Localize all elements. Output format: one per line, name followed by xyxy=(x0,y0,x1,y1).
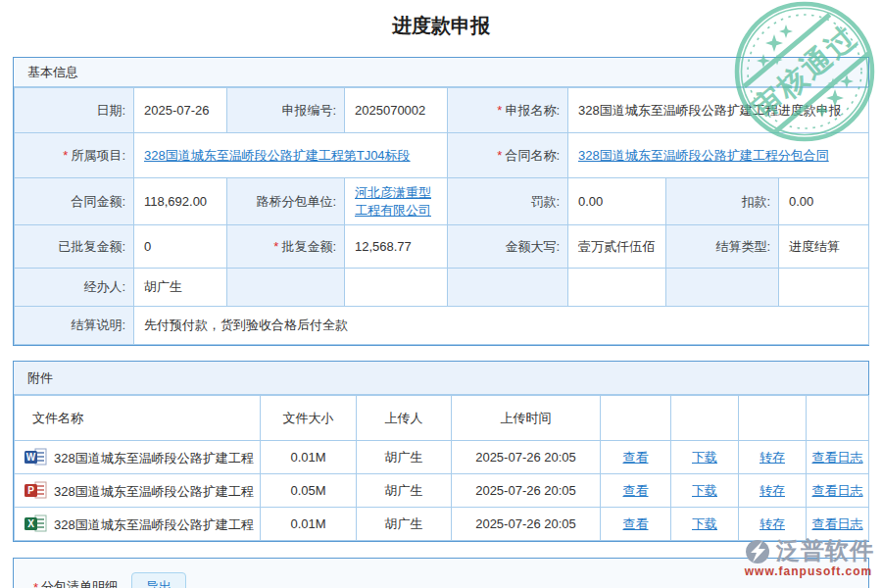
uploader: 胡广生 xyxy=(357,474,452,508)
handler-value: 胡广生 xyxy=(134,269,227,307)
subcontract-unit-value: 河北彦潇重型工程有限公司 xyxy=(345,178,448,225)
file-name: 328国道城东至温峤段公路扩建工程 xyxy=(54,517,254,532)
subcontract-unit-label: 路桥分包单位: xyxy=(227,178,345,225)
required-mark: * xyxy=(63,148,68,163)
basic-info-row: 合同金额: 118,692.00 路桥分包单位: 河北彦潇重型工程有限公司 罚款… xyxy=(15,178,869,225)
download-link[interactable]: 下载 xyxy=(692,483,717,498)
declare-no-label: 申报编号: xyxy=(227,88,345,133)
brand-name: 泛普软件 xyxy=(776,535,874,566)
declare-name-label: *申报名称: xyxy=(448,88,568,133)
file-name: 328国道城东至温峤段公路扩建工程 xyxy=(54,484,254,499)
download-link[interactable]: 下载 xyxy=(692,516,717,531)
basic-info-row: 经办人: 胡广生 xyxy=(15,269,869,307)
view-log-link[interactable]: 查看日志 xyxy=(812,483,863,498)
contract-name-link[interactable]: 328国道城东至温峤段公路扩建工程分包合同 xyxy=(578,148,829,163)
page-title: 进度款申报 xyxy=(0,0,882,43)
required-mark: * xyxy=(273,239,278,254)
pdf-file-icon: P xyxy=(24,481,48,500)
contract-name-label: *合同名称: xyxy=(448,133,568,178)
attachment-row: P 328国道城东至温峤段公路扩建工程 0.05M 胡广生 2025-07-26… xyxy=(15,474,869,508)
upload-time: 2025-07-26 20:05 xyxy=(452,508,601,541)
view-log-link[interactable]: 查看日志 xyxy=(812,516,863,531)
basic-info-section-title: 基本信息 xyxy=(14,58,868,87)
settle-type-value: 进度结算 xyxy=(779,225,869,269)
empty-header-cell xyxy=(739,396,807,441)
download-link[interactable]: 下载 xyxy=(692,450,717,465)
upload-time: 2025-07-26 20:05 xyxy=(452,474,601,508)
settle-note-value: 先付预付款，货到验收合格后付全款 xyxy=(134,307,869,345)
excel-file-icon: X xyxy=(24,514,48,533)
transfer-link[interactable]: 转存 xyxy=(760,450,785,465)
attachments-section-title: 附件 xyxy=(14,362,868,395)
basic-info-row: 结算说明: 先付预付款，货到验收合格后付全款 xyxy=(15,307,869,345)
empty-label-cell xyxy=(227,269,345,307)
svg-text:P: P xyxy=(27,485,34,496)
basic-info-row: 已批复金额: 0 *批复金额: 12,568.77 金额大写: 壹万贰仟伍佰 结… xyxy=(15,225,869,269)
attachments-table: 文件名称 文件大小 上传人 上传时间 W 328国道城东至温峤段公路扩建工程 0… xyxy=(14,395,869,541)
amount-caps-value: 壹万贰仟伍佰 xyxy=(568,225,666,269)
date-label: 日期: xyxy=(15,88,134,133)
uploader: 胡广生 xyxy=(357,508,452,541)
basic-info-section: 基本信息 日期: 2025-07-26 申报编号: 2025070002 *申报… xyxy=(13,57,869,346)
file-size: 0.05M xyxy=(261,474,357,508)
fanpu-logo-icon xyxy=(743,536,772,565)
date-value: 2025-07-26 xyxy=(134,88,227,133)
upload-time: 2025-07-26 20:05 xyxy=(452,441,601,474)
penalty-value: 0.00 xyxy=(568,178,666,225)
required-mark: * xyxy=(33,580,38,588)
file-name-cell: P 328国道城东至温峤段公路扩建工程 xyxy=(15,474,261,508)
attachments-section: 附件 文件名称 文件大小 上传人 上传时间 W xyxy=(13,361,869,542)
empty-header-cell xyxy=(807,396,869,441)
uploader: 胡广生 xyxy=(357,441,452,474)
empty-value-cell xyxy=(568,269,666,307)
transfer-link[interactable]: 转存 xyxy=(760,516,785,531)
required-mark: * xyxy=(497,103,502,118)
basic-info-row: 日期: 2025-07-26 申报编号: 2025070002 *申报名称: 3… xyxy=(15,88,869,133)
view-link[interactable]: 查看 xyxy=(623,516,649,531)
deduction-label: 扣款: xyxy=(666,178,779,225)
project-label: *所属项目: xyxy=(15,133,134,178)
brand-watermark: 泛普软件 www.fanpusoft.com xyxy=(743,535,874,578)
amount-caps-label: 金额大写: xyxy=(448,225,568,269)
contract-name-value: 328国道城东至温峤段公路扩建工程分包合同 xyxy=(568,133,869,178)
file-name-header: 文件名称 xyxy=(15,396,261,441)
svg-text:X: X xyxy=(27,518,34,529)
deduction-value: 0.00 xyxy=(779,178,869,225)
file-name-cell: W 328国道城东至温峤段公路扩建工程 xyxy=(15,441,261,474)
subcontract-detail-section: * 分包清单明细 导出 xyxy=(13,558,869,588)
subcontract-unit-link[interactable]: 河北彦潇重型工程有限公司 xyxy=(355,185,431,218)
word-file-icon: W xyxy=(24,448,48,466)
penalty-label: 罚款: xyxy=(448,178,568,225)
project-link[interactable]: 328国道城东至温峤段公路扩建工程第TJ04标段 xyxy=(144,148,411,163)
svg-text:W: W xyxy=(26,452,36,463)
subcontract-detail-label: 分包清单明细 xyxy=(41,578,118,588)
approved-total-value: 0 xyxy=(134,225,227,269)
approved-amount-value: 12,568.77 xyxy=(345,225,448,269)
approved-total-label: 已批复金额: xyxy=(15,225,134,269)
file-size: 0.01M xyxy=(261,441,357,474)
view-link[interactable]: 查看 xyxy=(623,450,649,465)
view-log-link[interactable]: 查看日志 xyxy=(812,450,863,465)
file-size-header: 文件大小 xyxy=(261,396,357,441)
approved-amount-label: *批复金额: xyxy=(227,225,345,269)
handler-label: 经办人: xyxy=(15,269,134,307)
basic-info-table: 日期: 2025-07-26 申报编号: 2025070002 *申报名称: 3… xyxy=(14,87,869,345)
export-button[interactable]: 导出 xyxy=(131,572,186,588)
contract-amount-label: 合同金额: xyxy=(15,178,134,225)
view-link[interactable]: 查看 xyxy=(623,483,649,498)
file-size: 0.01M xyxy=(261,508,357,541)
empty-value-cell xyxy=(779,269,869,307)
transfer-link[interactable]: 转存 xyxy=(760,483,785,498)
project-value: 328国道城东至温峤段公路扩建工程第TJ04标段 xyxy=(134,133,448,178)
empty-label-cell xyxy=(448,269,568,307)
attachment-row: X 328国道城东至温峤段公路扩建工程 0.01M 胡广生 2025-07-26… xyxy=(15,508,869,541)
contract-amount-value: 118,692.00 xyxy=(134,178,227,225)
empty-header-cell xyxy=(601,396,671,441)
required-mark: * xyxy=(497,148,502,163)
basic-info-row: *所属项目: 328国道城东至温峤段公路扩建工程第TJ04标段 *合同名称: 3… xyxy=(15,133,869,178)
empty-label-cell xyxy=(666,269,779,307)
declare-name-value: 328国道城东至温峤段公路扩建工程进度款申报 xyxy=(568,88,869,133)
attachment-row: W 328国道城东至温峤段公路扩建工程 0.01M 胡广生 2025-07-26… xyxy=(15,441,869,474)
file-name: 328国道城东至温峤段公路扩建工程 xyxy=(54,451,254,466)
attachments-header-row: 文件名称 文件大小 上传人 上传时间 xyxy=(15,396,869,441)
